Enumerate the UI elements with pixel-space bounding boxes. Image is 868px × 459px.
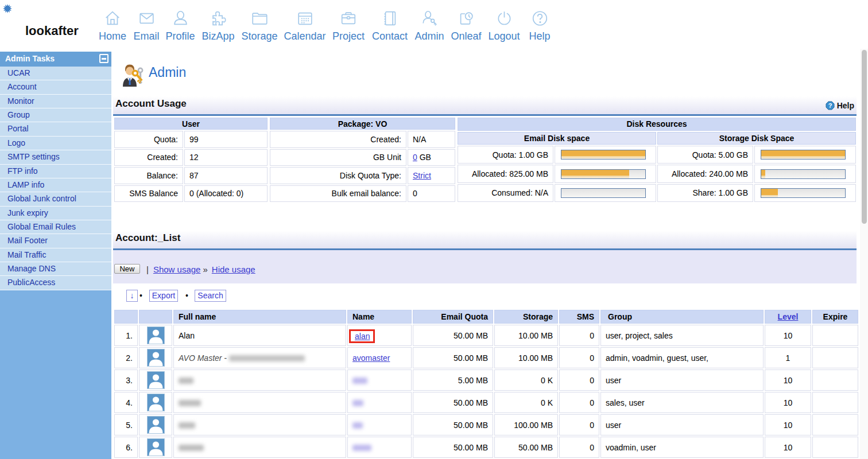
svg-text:?: ?	[828, 102, 832, 109]
